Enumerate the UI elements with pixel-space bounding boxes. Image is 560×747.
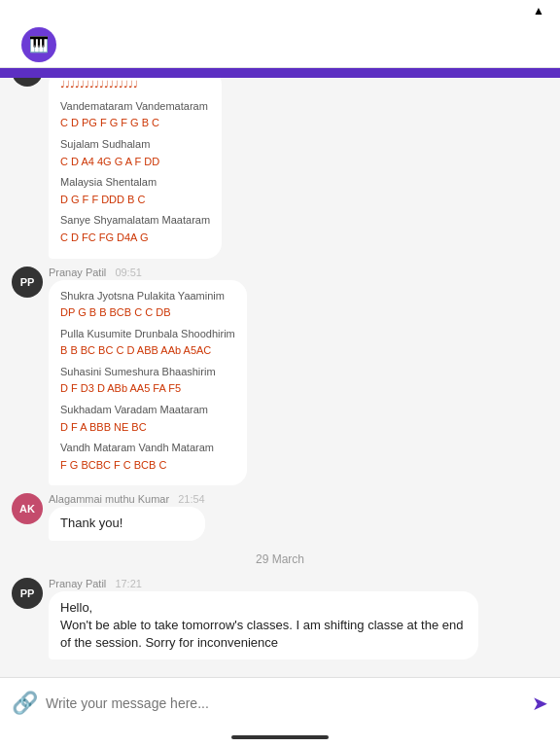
song-item: Vandh Mataram Vandh MataramF G BCBC F C … bbox=[60, 440, 235, 474]
message-bubble: Hello, Won't be able to take tomorrow's … bbox=[49, 591, 478, 660]
song-item: Sanye Shyamalatam MaataramC D FC FG D4A … bbox=[60, 212, 210, 246]
message-content: Pranay Patil 09:51Shukra Jyotsna Pulakit… bbox=[49, 267, 247, 486]
message-content: Pranay Patil 09:51♩♩♩♩♩♩♩♩♩♩♩♩♩♩♩♩Vandem… bbox=[49, 78, 222, 259]
attach-button[interactable]: 🔗 bbox=[12, 691, 38, 716]
song-item: Vandemataram VandemataramC D PG F G F G … bbox=[60, 98, 210, 132]
chat-area[interactable]: PPPranay Patil 08:44https://youtu.be/dkm… bbox=[0, 78, 560, 677]
song-item: Sukhadam Varadam MaataramD F A BBB NE BC bbox=[60, 402, 235, 436]
song-item: Sujalam SudhalamC D A4 4G G A F DD bbox=[60, 136, 210, 170]
avatar: PP bbox=[12, 78, 43, 87]
message-bubble: ♩♩♩♩♩♩♩♩♩♩♩♩♩♩♩♩Vandemataram Vandematara… bbox=[49, 78, 222, 259]
header: 🎹 bbox=[0, 21, 560, 68]
input-area: 🔗 ➤ bbox=[0, 677, 560, 728]
send-button[interactable]: ➤ bbox=[532, 692, 548, 715]
live-banner bbox=[0, 68, 560, 78]
channel-avatar: 🎹 bbox=[21, 27, 56, 62]
message-bubble: Thank you! bbox=[49, 507, 205, 540]
status-icons: ▲ bbox=[533, 4, 548, 18]
avatar: PP bbox=[12, 578, 43, 609]
home-indicator bbox=[0, 728, 560, 747]
music-content: Shukra Jyotsna Pulakita YaaminimDP G B B… bbox=[60, 288, 235, 475]
message-input[interactable] bbox=[46, 695, 524, 711]
home-bar bbox=[231, 735, 329, 739]
song-item: Suhasini Sumeshura BhaashirimD F D3 D AB… bbox=[60, 364, 235, 398]
message-bubble: Shukra Jyotsna Pulakita YaaminimDP G B B… bbox=[49, 280, 247, 486]
date-divider: 29 March bbox=[12, 552, 548, 566]
message-row: PPPranay Patil 17:21Hello, Won't be able… bbox=[12, 578, 548, 660]
song-item: Pulla Kusumite Drunbala ShoodhirimB B BC… bbox=[60, 326, 235, 360]
wifi-icon: ▲ bbox=[533, 4, 544, 18]
song-item: Malaysia ShentalamD G F F DDD B C bbox=[60, 174, 210, 208]
sender-name: Pranay Patil 17:21 bbox=[49, 578, 478, 589]
sender-name: Alagammai muthu Kumar 21:54 bbox=[49, 493, 205, 505]
music-content: ♩♩♩♩♩♩♩♩♩♩♩♩♩♩♩♩Vandemataram Vandematara… bbox=[60, 78, 210, 247]
avatar: PP bbox=[12, 267, 43, 298]
message-row: PPPranay Patil 09:51♩♩♩♩♩♩♩♩♩♩♩♩♩♩♩♩Vand… bbox=[12, 78, 548, 259]
message-content: Alagammai muthu Kumar 21:54Thank you! bbox=[49, 493, 205, 540]
sender-name: Pranay Patil 09:51 bbox=[49, 267, 247, 278]
message-row: PPPranay Patil 09:51Shukra Jyotsna Pulak… bbox=[12, 267, 548, 486]
message-row: AKAlagammai muthu Kumar 21:54Thank you! bbox=[12, 493, 548, 540]
message-content: Pranay Patil 17:21Hello, Won't be able t… bbox=[49, 578, 478, 660]
song-item: Shukra Jyotsna Pulakita YaaminimDP G B B… bbox=[60, 288, 235, 322]
status-bar: ▲ bbox=[0, 0, 560, 21]
avatar: AK bbox=[12, 493, 43, 524]
